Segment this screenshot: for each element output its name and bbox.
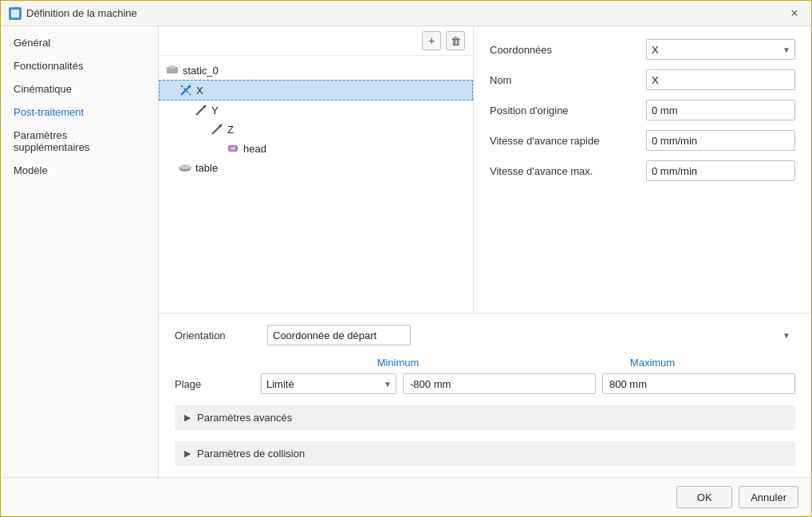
plage-max-input[interactable] xyxy=(602,373,795,394)
delete-button[interactable]: 🗑 xyxy=(446,31,465,50)
tree-label-table: table xyxy=(195,162,218,174)
range-headers: Minimum Maximum xyxy=(286,357,795,369)
tree-content: static_0 X xyxy=(159,56,473,313)
sidebar-item-parametres-supplementaires[interactable]: Paramètres supplémentaires xyxy=(1,124,158,159)
add-button[interactable]: + xyxy=(422,31,441,50)
range-min-header: Minimum xyxy=(286,357,510,369)
range-max-header: Maximum xyxy=(510,357,795,369)
cancel-button[interactable]: Annuler xyxy=(739,486,798,508)
dialog: Définition de la machine × Général Fonct… xyxy=(0,0,812,517)
collision-header[interactable]: ▶ Paramètres de collision xyxy=(175,441,795,466)
close-button[interactable]: × xyxy=(786,5,803,22)
axis-x-icon xyxy=(179,83,193,97)
table-icon xyxy=(178,160,192,175)
tree-label-Z: Z xyxy=(227,124,234,136)
prop-row-vitesse-rapide: Vitesse d'avance rapide xyxy=(490,130,795,151)
range-row: Plage Limité Illimité ▼ xyxy=(175,373,795,394)
position-origine-input[interactable] xyxy=(646,100,795,120)
tree-item-Y[interactable]: Y xyxy=(159,101,473,120)
coordonnees-select[interactable]: X Y Z xyxy=(646,39,795,60)
collision-section: ▶ Paramètres de collision xyxy=(175,441,795,466)
tree-item-head[interactable]: head xyxy=(159,139,473,158)
advanced-section: ▶ Paramètres avancés xyxy=(175,405,795,430)
prop-row-coordonnees: Coordonnées X Y Z ▼ xyxy=(490,39,795,60)
plage-type-select[interactable]: Limité Illimité xyxy=(261,373,396,394)
ok-button[interactable]: OK xyxy=(676,486,732,508)
head-icon xyxy=(226,141,240,156)
dialog-footer: OK Annuler xyxy=(1,477,811,516)
position-origine-label: Position d'origine xyxy=(490,105,633,116)
advanced-title: Paramètres avancés xyxy=(197,412,292,424)
tree-label-Y: Y xyxy=(211,105,219,116)
tree-label-static-0: static_0 xyxy=(183,65,219,77)
svg-point-13 xyxy=(179,164,191,169)
svg-rect-2 xyxy=(169,65,175,69)
static-icon xyxy=(165,63,179,77)
tree-panel: + 🗑 static_0 xyxy=(159,26,474,313)
orientation-select-wrapper: Coordonnée de départ Coordonnée de fin ▼ xyxy=(267,325,795,345)
plage-min-input[interactable] xyxy=(403,373,596,394)
prop-row-position: Position d'origine xyxy=(490,100,795,120)
prop-row-vitesse-max: Vitesse d'avance max. xyxy=(490,160,795,181)
range-section: Minimum Maximum Plage Limité Illimité ▼ xyxy=(175,357,795,394)
svg-rect-11 xyxy=(231,147,235,150)
plage-label: Plage xyxy=(175,378,254,390)
dialog-title: Définition de la machine xyxy=(26,7,137,19)
nom-label: Nom xyxy=(490,74,633,86)
title-bar: Définition de la machine × xyxy=(1,1,811,26)
axis-y-icon xyxy=(194,103,208,117)
collision-title: Paramètres de collision xyxy=(197,448,305,460)
coordonnees-label: Coordonnées xyxy=(490,44,633,56)
dialog-body: Général Fonctionnalités Cinématique Post… xyxy=(1,26,811,477)
sidebar-item-modele[interactable]: Modèle xyxy=(1,159,158,182)
axis-z-icon xyxy=(210,122,224,136)
nom-input[interactable] xyxy=(646,69,795,90)
main-content: + 🗑 static_0 xyxy=(159,26,811,477)
dialog-icon xyxy=(9,7,22,20)
vitesse-rapide-label: Vitesse d'avance rapide xyxy=(490,135,633,147)
vitesse-max-input[interactable] xyxy=(646,160,795,181)
orientation-select-arrow: ▼ xyxy=(782,331,790,340)
bottom-section: Orientation Coordonnée de départ Coordon… xyxy=(159,314,811,477)
advanced-header[interactable]: ▶ Paramètres avancés xyxy=(175,405,795,430)
tree-item-static-0[interactable]: static_0 xyxy=(159,61,473,80)
tree-item-Z[interactable]: Z xyxy=(159,120,473,139)
advanced-chevron: ▶ xyxy=(184,412,191,423)
sidebar: Général Fonctionnalités Cinématique Post… xyxy=(1,26,159,477)
plage-type-select-wrapper: Limité Illimité ▼ xyxy=(261,373,396,394)
prop-row-nom: Nom xyxy=(490,69,795,90)
orientation-select[interactable]: Coordonnée de départ Coordonnée de fin xyxy=(267,325,411,345)
vitesse-max-label: Vitesse d'avance max. xyxy=(490,165,633,177)
top-section: + 🗑 static_0 xyxy=(159,26,811,314)
tree-item-X[interactable]: X xyxy=(159,80,473,101)
sidebar-item-general[interactable]: Général xyxy=(1,31,158,54)
orientation-row: Orientation Coordonnée de départ Coordon… xyxy=(175,325,795,345)
tree-item-table[interactable]: table xyxy=(159,158,473,177)
tree-toolbar: + 🗑 xyxy=(159,26,473,56)
sidebar-item-cinematique[interactable]: Cinématique xyxy=(1,77,158,101)
tree-label-head: head xyxy=(243,143,266,155)
sidebar-item-fonctionnalites[interactable]: Fonctionnalités xyxy=(1,54,158,77)
properties-panel: Coordonnées X Y Z ▼ Nom xyxy=(474,26,811,313)
coordonnees-select-wrapper: X Y Z ▼ xyxy=(646,39,795,60)
tree-label-X: X xyxy=(196,85,203,97)
svg-rect-0 xyxy=(11,10,19,18)
vitesse-rapide-input[interactable] xyxy=(646,130,795,151)
sidebar-item-post-traitement[interactable]: Post-traitement xyxy=(1,101,158,124)
collision-chevron: ▶ xyxy=(184,448,191,459)
orientation-label: Orientation xyxy=(175,330,254,341)
